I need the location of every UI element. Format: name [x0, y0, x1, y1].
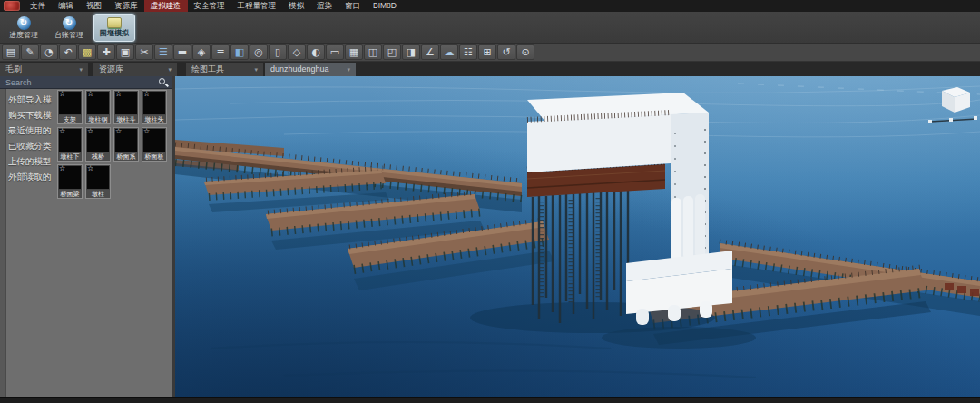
category-favorites[interactable]: 已收藏分类: [8, 138, 55, 153]
category-purchased[interactable]: 购买下载模: [8, 107, 55, 123]
orbit-icon[interactable]: ↺: [497, 44, 515, 60]
category-uploaded[interactable]: 上传的模型: [8, 153, 55, 169]
model-thumbnail-grid: ☆支架 ☆墩柱钢 ☆墩柱斗 ☆墩柱头 ☆墩柱下 ☆栈桥 ☆桥面系 ☆桥面板 ☆桥…: [57, 90, 172, 199]
star-icon[interactable]: ☆: [87, 164, 93, 172]
tab-brush[interactable]: 毛刷 ▾: [0, 63, 88, 76]
menu-bar: 文件 编辑 视图 资源库 虚拟建造 安全管理 工程量管理 模拟 渲染 窗口 BI…: [0, 0, 980, 12]
star-icon[interactable]: ☆: [143, 127, 150, 135]
material-icon[interactable]: ◈: [192, 44, 211, 60]
model-item[interactable]: ☆桥面系: [113, 127, 139, 162]
model-label: 支架: [58, 115, 82, 123]
app-window: 文件 编辑 视图 资源库 虚拟建造 安全管理 工程量管理 模拟 渲染 窗口 BI…: [0, 0, 980, 403]
menu-resources[interactable]: 资源库: [108, 0, 144, 12]
focus-icon[interactable]: ◎: [250, 44, 268, 60]
chevron-down-icon: ▾: [79, 63, 83, 76]
measure-icon[interactable]: ▭: [326, 44, 344, 60]
model-item[interactable]: ☆栈桥: [85, 127, 111, 162]
cofferdam-simulation-button[interactable]: 围堰模拟: [93, 14, 135, 42]
menu-safety[interactable]: 安全管理: [188, 0, 231, 12]
pier-columns: [671, 194, 705, 261]
search-box: [0, 76, 172, 89]
model-label: 栈桥: [86, 152, 110, 161]
app-logo-icon: [4, 1, 20, 11]
model-item[interactable]: ☆桥面梁: [57, 164, 83, 199]
star-icon[interactable]: ☆: [115, 127, 122, 135]
shape-icon[interactable]: ◇: [288, 44, 306, 60]
ledger-management-button[interactable]: ↻ 台账管理: [48, 14, 90, 42]
scene-dropdown-label: dunzhudenghua: [270, 63, 329, 76]
status-bar: [0, 397, 980, 403]
star-icon[interactable]: ☆: [87, 90, 93, 98]
model-label: 墩柱钢: [86, 115, 110, 123]
angle-icon[interactable]: ∠: [421, 44, 439, 60]
cofferdam-icon: [107, 17, 122, 28]
outline-icon[interactable]: ≡: [211, 44, 230, 60]
page-icon[interactable]: ▯: [269, 44, 287, 60]
chevron-down-icon: ▾: [254, 63, 258, 76]
viewport-3d[interactable]: [175, 76, 980, 397]
menu-quantity[interactable]: 工程量管理: [231, 0, 283, 12]
render-icon[interactable]: ⊙: [516, 44, 534, 60]
menu-view[interactable]: 视图: [80, 0, 108, 12]
mirror-icon[interactable]: ◫: [364, 44, 382, 60]
resource-library-panel: 外部导入模 购买下载模 最近使用的 已收藏分类 上传的模型 外部读取的 ☆支架 …: [0, 76, 172, 397]
box-icon[interactable]: ▣: [116, 44, 134, 60]
panel-tab-row: 毛刷 ▾ 资源库 ▾ 绘图工具 ▾ dunzhudenghua ▾: [0, 62, 980, 76]
star-icon[interactable]: ☆: [59, 90, 65, 98]
app-logo[interactable]: [0, 0, 24, 12]
cloud-icon[interactable]: ☁: [440, 44, 458, 60]
rotate-view-icon[interactable]: ◔: [40, 44, 58, 60]
menu-window[interactable]: 窗口: [338, 0, 367, 12]
undo-icon[interactable]: ↶: [59, 44, 77, 60]
new-file-icon[interactable]: ▤: [2, 44, 20, 60]
folder-icon[interactable]: ◧: [230, 44, 249, 60]
star-icon[interactable]: ☆: [59, 127, 65, 135]
ribbon-toolbar: ↻ 进度管理 ↻ 台账管理 围堰模拟: [0, 12, 980, 44]
tab-resource-library[interactable]: 资源库 ▾: [93, 63, 177, 76]
progress-icon: ↻: [17, 16, 31, 30]
menu-virtual-construction[interactable]: 虚拟建造: [144, 0, 188, 12]
search-icon-handle: [165, 83, 169, 86]
model-item[interactable]: ☆墩柱: [85, 164, 111, 199]
star-icon[interactable]: ☆: [115, 90, 122, 98]
hatch-icon[interactable]: ☷: [459, 44, 477, 60]
star-icon[interactable]: ☆: [87, 127, 93, 135]
progress-label: 进度管理: [9, 31, 38, 39]
eraser-icon[interactable]: ▬: [173, 44, 191, 60]
ledger-icon: ↻: [63, 16, 76, 30]
sphere-icon[interactable]: ◐: [307, 44, 325, 60]
model-item[interactable]: ☆墩柱头: [142, 90, 167, 124]
sticky-note-icon[interactable]: ▩: [78, 44, 96, 60]
model-item[interactable]: ☆墩柱斗: [113, 90, 139, 124]
tab-drawing-tools[interactable]: 绘图工具 ▾: [186, 63, 263, 76]
category-external-read[interactable]: 外部读取的: [8, 169, 55, 184]
menu-file[interactable]: 文件: [24, 0, 52, 12]
book-icon[interactable]: ◨: [402, 44, 420, 60]
cut-icon[interactable]: ✂: [135, 44, 153, 60]
model-item[interactable]: ☆墩柱下: [57, 127, 83, 162]
menu-simulation[interactable]: 模拟: [282, 0, 310, 12]
chevron-down-icon: ▾: [168, 63, 172, 76]
layers-icon[interactable]: ☰: [154, 44, 172, 60]
menu-edit[interactable]: 编辑: [52, 0, 80, 12]
model-item[interactable]: ☆墩柱钢: [85, 90, 111, 124]
viewport-split-icon[interactable]: ◰: [383, 44, 401, 60]
table-icon[interactable]: ⊞: [478, 44, 496, 60]
progress-management-button[interactable]: ↻ 进度管理: [3, 14, 44, 42]
scene-dropdown[interactable]: dunzhudenghua ▾: [265, 63, 356, 76]
search-icon[interactable]: [158, 77, 169, 88]
search-input[interactable]: [0, 77, 158, 88]
grid-icon[interactable]: ▦: [345, 44, 363, 60]
tab-drawing-label: 绘图工具: [191, 63, 224, 76]
annotate-icon[interactable]: ✎: [21, 44, 39, 60]
chevron-down-icon: ▾: [347, 63, 350, 76]
move-icon[interactable]: ✚: [97, 44, 115, 60]
category-recent[interactable]: 最近使用的: [8, 123, 55, 138]
category-external-import[interactable]: 外部导入模: [8, 92, 55, 107]
model-item[interactable]: ☆支架: [57, 90, 83, 124]
menu-render[interactable]: 渲染: [310, 0, 338, 12]
star-icon[interactable]: ☆: [143, 90, 150, 98]
star-icon[interactable]: ☆: [59, 164, 65, 172]
model-item[interactable]: ☆桥面板: [142, 127, 167, 162]
menu-bim8d[interactable]: BIM8D: [367, 0, 403, 12]
